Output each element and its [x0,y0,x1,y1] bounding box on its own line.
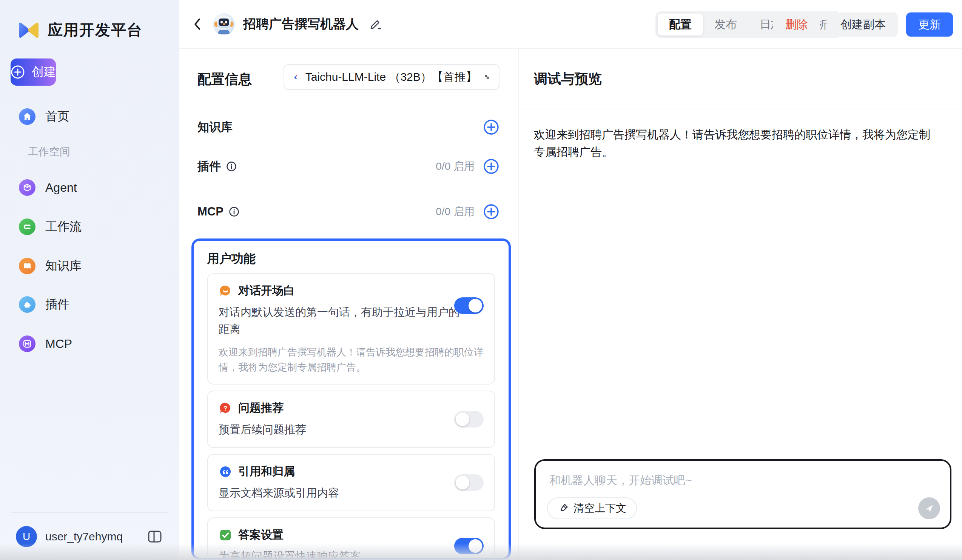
topbar: 招聘广告撰写机器人 配置 发布 日志 分析 删除 创建副本 更新 [179,0,962,49]
feature-card-chat-opener: 对话开场白 对话内默认发送的第一句话，有助于拉近与用户的距离 欢迎来到招聘广告撰… [207,273,495,385]
back-button[interactable] [192,17,205,32]
chat-input-box[interactable]: 和机器人聊天，开始调试吧~ 清空上下文 [534,459,951,529]
feature-card-citation: 引用和归属 显示文档来源或引用内容 [207,454,495,511]
preview-title: 调试与预览 [534,70,602,88]
send-button[interactable] [918,497,940,519]
sidebar-item-knowledge-base[interactable]: 知识库 [9,255,170,277]
sidebar-item-mcp[interactable]: MCP [9,333,170,355]
chat-opener-icon [219,284,232,298]
citation-toggle[interactable] [454,474,484,491]
add-mcp-button[interactable] [483,203,499,220]
add-knowledge-base-button[interactable] [483,119,499,135]
feature-description: 预置后续问题推荐 [219,421,460,438]
plus-circle-icon [483,119,499,135]
plugin-row: 插件 0/0 启用 [197,155,499,178]
sidebar-nav: 首页 工作空间 Agent 工作流 知识库 [0,105,179,355]
feature-description: 为高频问题设置快速响应答案 [219,548,460,560]
clear-context-label: 清空上下文 [573,501,626,515]
info-icon[interactable] [226,161,237,172]
sidebar-item-agent[interactable]: Agent [9,176,170,199]
duplicate-button[interactable]: 创建副本 [828,13,898,37]
pencil-icon [369,18,382,30]
workspace-section-label: 工作空间 [28,145,170,159]
knowledge-base-icon [19,258,36,274]
sidebar-item-label: 工作流 [45,219,82,235]
tab-config[interactable]: 配置 [658,14,703,35]
citation-icon [219,465,232,478]
debug-preview-panel: 调试与预览 欢迎来到招聘广告撰写机器人！请告诉我您想要招聘的职位详情，我将为您定… [520,49,962,560]
home-icon [19,108,36,125]
clear-context-button[interactable]: 清空上下文 [547,497,637,519]
app-window: 应用开发平台 创建 首页 工作空间 Agent [0,0,962,560]
feature-description: 对话内默认发送的第一句话，有助于拉近与用户的距离 [219,304,460,338]
panel-collapse-icon [148,530,162,543]
sidebar: 应用开发平台 创建 首页 工作空间 Agent [0,0,179,560]
bot-welcome-message: 欢迎来到招聘广告撰写机器人！请告诉我您想要招聘的职位详情，我将为您定制专属招聘广… [534,126,939,161]
app-name: 应用开发平台 [48,19,143,40]
sidebar-item-workflow[interactable]: 工作流 [9,216,170,238]
user-avatar[interactable]: U [16,526,37,547]
brush-icon [558,503,569,514]
sidebar-item-label: MCP [45,337,72,351]
feature-title: 对话开场白 [238,283,295,298]
mcp-label: MCP [197,205,223,219]
knowledge-base-row: 知识库 [197,116,499,139]
edit-title-button[interactable] [368,17,383,31]
topbar-actions: 删除 创建副本 更新 [773,13,953,37]
create-button[interactable]: 创建 [11,58,56,86]
plus-circle-icon [483,158,499,175]
sidebar-item-plugin[interactable]: 插件 [9,293,170,316]
config-panel: 配置信息 Taichu-LLM-Lite （32B）【首推】 知识库 [179,49,519,560]
mcp-enabled-count: 0/0 启用 [436,204,475,219]
feature-title: 引用和归属 [238,464,295,479]
sidebar-item-label: 首页 [45,108,69,125]
sidebar-item-label: 插件 [45,296,69,313]
feature-title: 问题推荐 [238,401,284,416]
taichu-logo-icon [293,70,299,84]
feature-description: 显示文档来源或引用内容 [219,484,460,502]
info-icon[interactable] [229,206,239,217]
back-chevron-icon [192,18,202,31]
send-plane-icon [924,503,935,513]
sliders-icon [484,69,490,85]
user-features-panel: 用户功能 对话开场白 对话内默认发送的第一句话，有助于拉近与用户的距离 欢迎来到… [191,238,511,560]
chat-input-placeholder: 和机器人聊天，开始调试吧~ [549,473,692,488]
collapse-sidebar-button[interactable] [147,529,163,544]
plugin-label: 插件 [197,158,221,174]
sidebar-item-label: Agent [45,181,77,195]
agent-avatar [213,13,235,35]
workflow-icon [19,219,36,235]
answer-settings-icon [219,528,232,542]
delete-button[interactable]: 删除 [773,13,820,37]
question-suggest-icon: ? [219,402,232,415]
sidebar-item-home[interactable]: 首页 [9,105,170,128]
config-section-title: 配置信息 [197,70,252,89]
feature-title: 答案设置 [238,527,284,542]
plugin-icon [19,296,36,313]
feature-card-answer-settings: 答案设置 为高频问题设置快速响应答案 [207,517,495,560]
svg-text:?: ? [223,404,227,412]
opening-line-preview: 欢迎来到招聘广告撰写机器人！请告诉我您想要招聘的职位详情，我将为您定制专属招聘广… [219,344,484,375]
feature-card-question-suggest: ? 问题推荐 预置后续问题推荐 [207,391,495,448]
agent-icon [19,179,36,196]
tab-publish[interactable]: 发布 [703,14,748,35]
model-name: Taichu-LLM-Lite （32B）【首推】 [305,69,477,85]
question-suggest-toggle[interactable] [454,411,484,428]
app-logo: 应用开发平台 [18,19,179,40]
butterfly-logo-icon [18,21,39,39]
model-selector[interactable]: Taichu-LLM-Lite （32B）【首推】 [284,64,499,90]
chat-opener-toggle[interactable] [454,298,484,314]
user-name: user_ty7ehymq [45,530,123,543]
preview-header: 调试与预览 [520,49,962,109]
create-button-label: 创建 [32,64,56,80]
page-title: 招聘广告撰写机器人 [243,16,359,33]
update-button[interactable]: 更新 [906,13,953,37]
knowledge-base-label: 知识库 [197,119,232,135]
sidebar-user-footer: U user_ty7ehymq [11,512,168,560]
plus-circle-icon [483,203,499,220]
mcp-row: MCP 0/0 启用 [197,200,499,224]
plus-circle-icon [11,65,25,79]
plugin-enabled-count: 0/0 启用 [436,159,475,174]
add-plugin-button[interactable] [483,158,499,175]
answer-settings-toggle[interactable] [454,538,484,554]
